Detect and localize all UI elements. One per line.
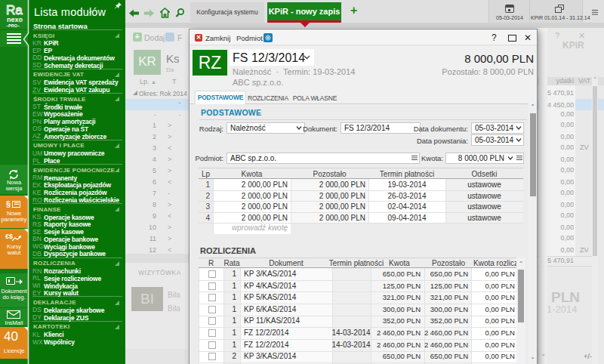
svg-text:–PRO–: –PRO–	[6, 23, 20, 28]
svg-text:nexo: nexo	[7, 16, 23, 23]
